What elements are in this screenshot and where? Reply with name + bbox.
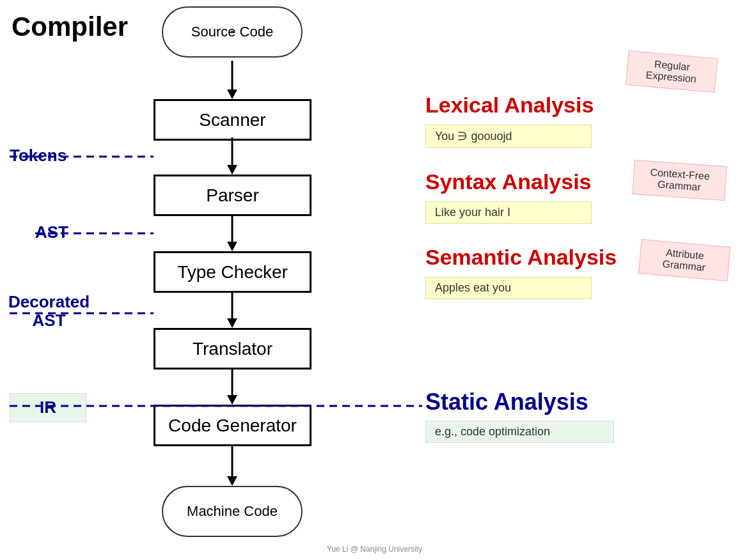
code-generator-label: Code Generator [168, 416, 297, 436]
decorated-text: Decorated [8, 292, 90, 311]
translator-box: Translator [154, 328, 311, 369]
translator-label: Translator [193, 339, 272, 359]
ir-label: IR [10, 393, 86, 422]
lexical-analysis-box: You ∋ goouojd [425, 125, 592, 148]
source-code-cloud: Source Code [162, 6, 303, 58]
lexical-note: You ∋ goouojd [435, 130, 512, 143]
context-free-grammar-box: Context-FreeGrammar [632, 160, 727, 201]
static-note: e.g., code optimization [435, 425, 550, 438]
watermark: Yue Li @ Nanjing University [327, 545, 422, 554]
svg-marker-7 [227, 318, 237, 328]
scanner-label: Scanner [199, 110, 265, 130]
attribute-grammar-box: AttributeGrammar [638, 239, 730, 281]
semantic-note: Apples eat you [435, 281, 511, 294]
semantic-analysis-label: Semantic Analysis [425, 245, 617, 270]
ast-label: AST [35, 222, 68, 242]
regular-expression-text: RegularExpression [645, 59, 697, 85]
svg-marker-3 [227, 165, 237, 175]
machine-code-label: Machine Code [187, 503, 278, 520]
syntax-analysis-box: Like your hair I [425, 201, 592, 224]
ir-text: IR [40, 398, 56, 417]
svg-marker-11 [227, 476, 237, 486]
semantic-analysis-box: Apples eat you [425, 277, 592, 299]
syntax-analysis-label: Syntax Analysis [425, 169, 592, 194]
machine-code-cloud: Machine Code [162, 486, 303, 537]
lexical-analysis-label: Lexical Analysis [425, 93, 594, 118]
svg-marker-1 [227, 89, 237, 99]
code-generator-box: Code Generator [154, 405, 311, 446]
context-free-text: Context-FreeGrammar [650, 167, 710, 193]
svg-marker-5 [227, 242, 237, 251]
syntax-note: Like your hair I [435, 206, 510, 219]
parser-label: Parser [206, 185, 258, 206]
decorated-ast-label: Decorated AST [8, 293, 90, 329]
parser-box: Parser [154, 175, 311, 216]
tokens-label: Tokens [10, 146, 67, 166]
regular-expression-box: RegularExpression [626, 51, 718, 93]
ast-text: AST [33, 311, 66, 330]
attribute-grammar-text: AttributeGrammar [662, 247, 706, 272]
scanner-box: Scanner [154, 99, 311, 141]
static-analysis-box: e.g., code optimization [425, 421, 614, 443]
svg-marker-9 [227, 395, 237, 405]
source-code-label: Source Code [191, 24, 273, 40]
static-analysis-label: Static Analysis [425, 389, 588, 416]
type-checker-box: Type Checker [154, 251, 311, 293]
compiler-title: Compiler [12, 12, 128, 42]
type-checker-label: Type Checker [177, 262, 288, 283]
